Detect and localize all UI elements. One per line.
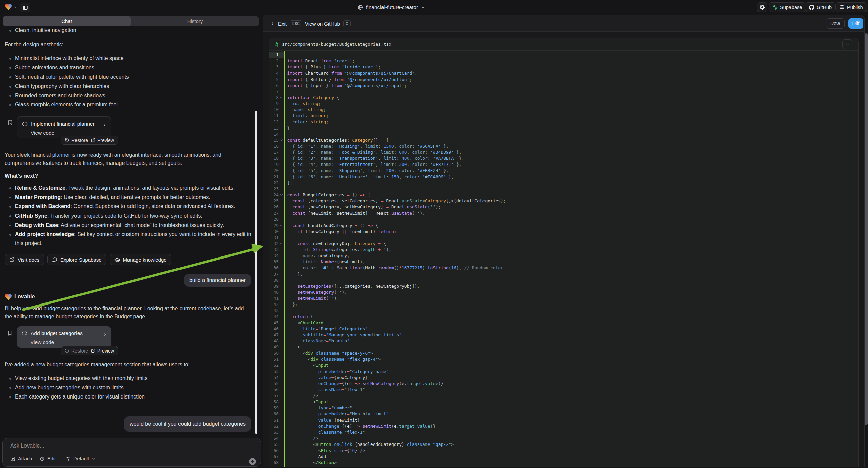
file-path: src/components/budget/BudgetCategories.t… — [282, 41, 391, 47]
list-item: Refine & Customize: Tweak the design, an… — [5, 184, 255, 193]
manage-knowledge-button[interactable]: Manage knowledge — [110, 254, 172, 265]
version-card-implement-financial-planner[interactable]: Implement financial planner View code — [17, 117, 111, 138]
view-code-link[interactable]: View code — [30, 340, 54, 346]
line-number: 28 — [269, 216, 284, 222]
model-selector[interactable]: Default — [66, 456, 95, 461]
line-number: 58 — [269, 399, 284, 405]
line-number: 59 — [269, 405, 284, 411]
assistant-name: Lovable — [14, 294, 35, 300]
github-button[interactable]: GitHub — [805, 2, 836, 12]
supabase-button[interactable]: Supabase — [769, 2, 806, 12]
fold-chevron-icon[interactable] — [279, 224, 284, 228]
bookmark-icon[interactable] — [7, 330, 13, 337]
edit-mode-button[interactable]: Edit — [39, 456, 56, 461]
code-line: 24const BudgetCategories = () => { — [269, 192, 858, 198]
list-item: Add project knowledge: Set key context o… — [5, 230, 255, 248]
code-line: 63 className="flex-1" — [269, 429, 858, 435]
quick-actions: Visit docs Explore Supabase Manage knowl… — [5, 254, 172, 265]
project-name: financial-future-creator — [366, 4, 418, 10]
code-icon — [22, 331, 27, 336]
line-number: 11 — [269, 113, 284, 119]
bookmark-icon[interactable] — [7, 119, 13, 125]
visit-docs-button[interactable]: Visit docs — [5, 254, 44, 265]
publish-label: Publish — [847, 5, 863, 10]
code-line: 2import React from 'react'; — [269, 58, 858, 64]
code-editor[interactable]: 12import React from 'react';3import { Pl… — [269, 51, 858, 467]
raw-toggle-button[interactable]: Raw — [826, 19, 844, 29]
line-number: 38 — [269, 277, 284, 283]
logo-chevron-icon[interactable] — [13, 5, 17, 9]
preview-button[interactable]: Preview — [91, 348, 114, 353]
supabase-label: Supabase — [780, 5, 802, 10]
whats-next-heading: What's next? — [5, 172, 250, 180]
list-item: View existing budget categories with the… — [5, 374, 255, 383]
explore-supabase-button[interactable]: Explore Supabase — [47, 254, 106, 265]
tab-history[interactable]: History — [131, 16, 259, 26]
preview-button[interactable]: Preview — [91, 138, 114, 143]
line-number: 22 — [269, 180, 284, 186]
view-on-github-button[interactable]: View on GitHub G — [305, 16, 351, 32]
design-bullets: Minimalist interface with plenty of whit… — [5, 54, 255, 110]
version-card-add-budget-categories[interactable]: Add budget categories View code — [17, 326, 111, 348]
lovable-logo[interactable] — [5, 3, 12, 10]
external-link-icon — [91, 349, 95, 353]
fold-chevron-icon[interactable] — [279, 242, 284, 246]
chat-history-tabs: Chat History — [3, 16, 259, 26]
line-number: 13 — [269, 125, 284, 131]
external-link-icon — [91, 138, 95, 142]
chevron-left-icon — [271, 22, 275, 26]
code-line: 54 value={newCategory} — [269, 375, 858, 381]
line-number: 5 — [269, 77, 284, 83]
fold-chevron-icon[interactable] — [279, 193, 284, 197]
arrow-up-icon — [251, 460, 254, 463]
line-number: 35 — [269, 259, 284, 265]
code-line: 11 limit: number; — [269, 113, 858, 119]
code-line: 48 className="h-auto" — [269, 338, 858, 344]
attach-button[interactable]: Attach — [10, 456, 32, 461]
settings-button[interactable] — [757, 2, 767, 12]
line-number: 65 — [269, 441, 284, 447]
restore-button[interactable]: Restore — [65, 138, 88, 143]
restore-preview-pill: Restore Preview — [61, 346, 118, 355]
publish-button[interactable]: Publish — [835, 2, 867, 12]
restore-preview-pill: Restore Preview — [61, 136, 118, 145]
line-number: 52 — [269, 362, 284, 368]
fold-chevron-icon[interactable] — [279, 138, 284, 143]
collapse-file-button[interactable] — [842, 39, 852, 49]
chat-input-box[interactable]: Ask Lovable... Attach Edit Default — [2, 438, 261, 467]
line-number: 68 — [269, 460, 284, 466]
view-code-link[interactable]: View code — [31, 130, 54, 136]
g-key-badge: G — [343, 21, 351, 27]
line-number: 37 — [269, 271, 284, 277]
project-selector[interactable]: financial-future-creator — [358, 3, 425, 12]
line-number: 67 — [269, 454, 284, 460]
restore-button[interactable]: Restore — [65, 348, 88, 353]
code-line: 12 color: string; — [269, 119, 858, 125]
restore-icon — [65, 349, 69, 353]
line-number: 54 — [269, 375, 284, 381]
code-line: 39 setCategories([...categories, newCate… — [269, 283, 858, 289]
code-line: 57 /> — [269, 393, 858, 399]
sidebar-toggle-button[interactable] — [20, 3, 30, 12]
image-icon — [10, 456, 16, 461]
code-line: 31 — [269, 235, 858, 241]
exit-button[interactable]: Exit ESC — [271, 16, 302, 32]
code-line: 34 name: newCategory, — [269, 253, 858, 259]
line-number: 14 — [269, 131, 284, 137]
chat-scrollbar[interactable] — [255, 111, 257, 434]
code-line: 36 color: '#' + Math.floor(Math.random()… — [269, 265, 858, 271]
code-line: 18 { id: '3', name: 'Transportation', li… — [269, 155, 858, 162]
line-number: 40 — [269, 289, 284, 295]
code-line: 49 > — [269, 344, 858, 350]
send-button[interactable] — [249, 458, 256, 465]
tab-chat-label[interactable]: Chat — [3, 16, 131, 26]
diff-toggle-button[interactable]: Diff — [848, 19, 864, 29]
file-path-bar[interactable]: src/components/budget/BudgetCategories.t… — [269, 38, 858, 51]
message-menu-icon[interactable]: … — [245, 293, 250, 298]
external-link-icon — [9, 257, 15, 262]
code-line: 28 — [269, 216, 858, 222]
fold-chevron-icon[interactable] — [279, 96, 284, 100]
window-scrollbar[interactable] — [865, 33, 868, 425]
chevron-down-icon — [92, 457, 95, 461]
design-intro: For the design aesthetic: — [5, 40, 250, 49]
